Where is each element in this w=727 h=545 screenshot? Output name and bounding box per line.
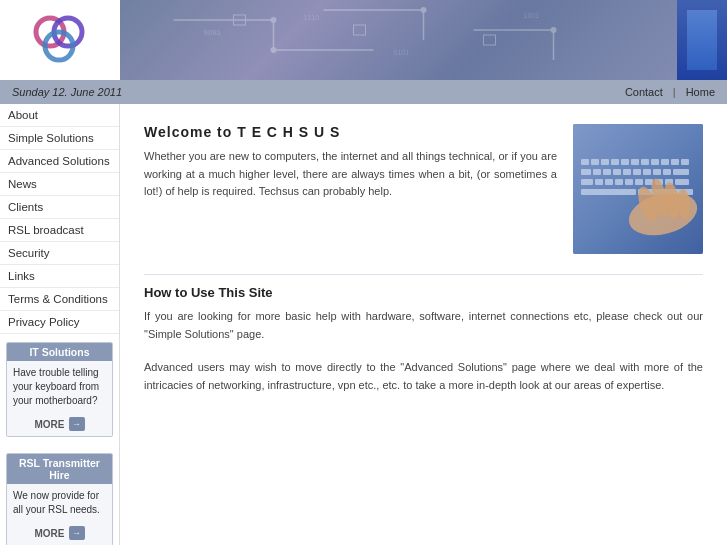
svg-rect-30: [661, 159, 669, 165]
sidebar-item-advanced-solutions[interactable]: Advanced Solutions: [0, 150, 119, 173]
it-solutions-more-label: MORE: [35, 419, 65, 430]
svg-text:1001: 1001: [524, 12, 540, 19]
svg-rect-16: [484, 35, 496, 45]
keyboard-image-svg: [573, 124, 703, 254]
howto-title: How to Use This Site: [144, 285, 703, 300]
sidebar-item-about[interactable]: About: [0, 104, 119, 127]
sidebar-item-privacy[interactable]: Privacy Policy: [0, 311, 119, 334]
svg-rect-25: [611, 159, 619, 165]
svg-rect-40: [653, 169, 661, 175]
svg-rect-38: [633, 169, 641, 175]
svg-rect-46: [615, 179, 623, 185]
svg-rect-53: [581, 189, 636, 195]
svg-rect-31: [671, 159, 679, 165]
howto-body1: If you are looking for more basic help w…: [144, 308, 703, 343]
logo-area: [0, 0, 120, 80]
svg-rect-44: [595, 179, 603, 185]
it-solutions-title: IT Solutions: [7, 343, 112, 361]
svg-text:9081: 9081: [204, 28, 222, 37]
svg-rect-42: [673, 169, 689, 175]
howto-section: How to Use This Site If you are looking …: [144, 285, 703, 343]
header-links: Contact | Home: [625, 86, 715, 98]
svg-rect-45: [605, 179, 613, 185]
contact-link[interactable]: Contact: [625, 86, 663, 98]
svg-text:0101: 0101: [394, 49, 410, 56]
svg-rect-22: [581, 159, 589, 165]
svg-point-13: [551, 27, 557, 33]
sidebar-item-links[interactable]: Links: [0, 265, 119, 288]
svg-rect-43: [581, 179, 593, 185]
sidebar-item-rsl-broadcast[interactable]: RSL broadcast: [0, 219, 119, 242]
welcome-text-area: Welcome to T E C H S U S Whether you are…: [144, 124, 557, 254]
keyboard-image: [573, 124, 703, 254]
svg-rect-47: [625, 179, 633, 185]
svg-rect-35: [603, 169, 611, 175]
svg-rect-26: [621, 159, 629, 165]
main-content: Welcome to T E C H S U S Whether you are…: [120, 104, 727, 545]
it-solutions-content: Have trouble telling your keyboard from …: [7, 361, 112, 413]
content-row: About Simple Solutions Advanced Solution…: [0, 104, 727, 545]
svg-text:1110: 1110: [304, 14, 320, 21]
svg-rect-39: [643, 169, 651, 175]
sidebar-item-news[interactable]: News: [0, 173, 119, 196]
svg-point-6: [271, 17, 277, 23]
svg-rect-32: [681, 159, 689, 165]
howto-body2: Advanced users may wish to move directly…: [144, 359, 703, 394]
welcome-section: Welcome to T E C H S U S Whether you are…: [144, 124, 703, 254]
date-display: Sunday 12. June 2011: [12, 86, 122, 98]
header-accent-inner: [687, 10, 717, 70]
svg-point-10: [421, 7, 427, 13]
svg-rect-29: [651, 159, 659, 165]
logo-icon: [30, 10, 90, 70]
svg-rect-36: [613, 169, 621, 175]
rsl-box-more[interactable]: MORE: [7, 522, 112, 545]
rsl-box-title: RSL Transmitter Hire: [7, 454, 112, 484]
date-bar: Sunday 12. June 2011 Contact | Home: [0, 80, 727, 104]
home-link[interactable]: Home: [686, 86, 715, 98]
header: 9081 1110 0101 1001: [0, 0, 727, 80]
welcome-title: Welcome to T E C H S U S: [144, 124, 557, 140]
rsl-box-content: We now provide for all your RSL needs.: [7, 484, 112, 522]
rsl-box-more-label: MORE: [35, 528, 65, 539]
link-separator: |: [673, 86, 676, 98]
it-solutions-more[interactable]: MORE: [7, 413, 112, 436]
header-accent-bar: [677, 0, 727, 80]
welcome-body: Whether you are new to computers, the in…: [144, 148, 557, 201]
svg-rect-33: [581, 169, 591, 175]
svg-rect-52: [675, 179, 689, 185]
rsl-box: RSL Transmitter Hire We now provide for …: [6, 453, 113, 545]
sidebar-item-simple-solutions[interactable]: Simple Solutions: [0, 127, 119, 150]
svg-rect-37: [623, 169, 631, 175]
section-divider: [144, 274, 703, 275]
svg-rect-27: [631, 159, 639, 165]
it-solutions-box: IT Solutions Have trouble telling your k…: [6, 342, 113, 437]
sidebar-item-clients[interactable]: Clients: [0, 196, 119, 219]
svg-point-7: [271, 47, 277, 53]
svg-rect-48: [635, 179, 643, 185]
circuit-decoration: 9081 1110 0101 1001: [120, 0, 727, 80]
sidebar-item-security[interactable]: Security: [0, 242, 119, 265]
it-solutions-more-arrow-icon: [69, 417, 85, 431]
sidebar: About Simple Solutions Advanced Solution…: [0, 104, 120, 545]
svg-rect-41: [663, 169, 671, 175]
svg-rect-34: [593, 169, 601, 175]
rsl-box-more-arrow-icon: [69, 526, 85, 540]
header-banner: 9081 1110 0101 1001: [120, 0, 727, 80]
sidebar-item-terms[interactable]: Terms & Conditions: [0, 288, 119, 311]
svg-rect-28: [641, 159, 649, 165]
svg-rect-24: [601, 159, 609, 165]
svg-rect-15: [354, 25, 366, 35]
svg-rect-23: [591, 159, 599, 165]
